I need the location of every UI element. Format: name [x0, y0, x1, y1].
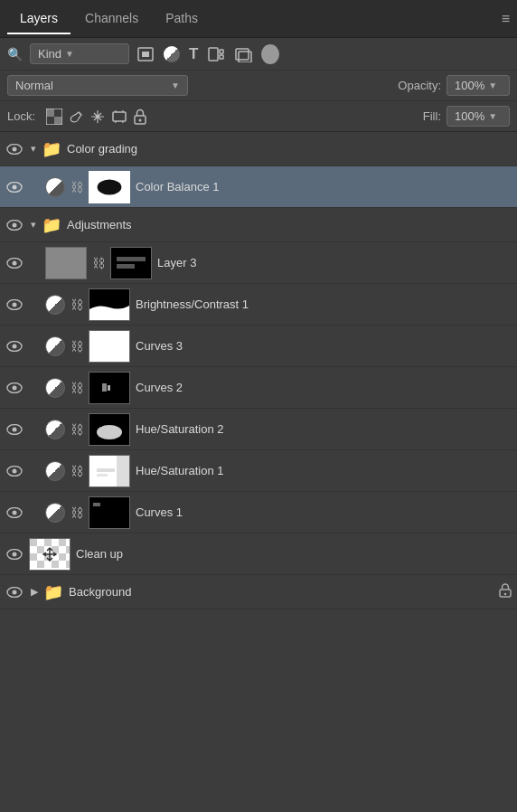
svg-rect-66 [37, 561, 44, 568]
svg-point-51 [13, 510, 17, 515]
visibility-icon-adjustments[interactable] [5, 216, 24, 234]
tabs: Layers Channels Paths [7, 4, 211, 34]
svg-rect-12 [113, 112, 126, 121]
layer-layer3[interactable]: ⛓ Layer 3 [0, 242, 517, 284]
type-filter-icon[interactable]: T [189, 45, 198, 63]
kind-dropdown[interactable]: Kind ▼ [30, 43, 129, 64]
svg-point-41 [97, 425, 122, 439]
adjustment-filter-icon[interactable] [164, 46, 180, 62]
thumb-cleanup [29, 538, 70, 571]
tab-layers[interactable]: Layers [7, 4, 70, 34]
lock-position-icon[interactable] [89, 109, 106, 125]
svg-point-39 [13, 427, 17, 431]
layer-adjustments-group[interactable]: ▾ 📁 Adjustments [0, 208, 517, 242]
visibility-icon-brightness[interactable] [5, 296, 24, 314]
lock-icons [46, 109, 147, 125]
layer-color-grading-group[interactable]: ▾ 📁 Color grading [0, 132, 517, 166]
kind-chevron-icon: ▼ [65, 49, 74, 59]
thumb-curves1 [89, 496, 130, 529]
visibility-icon-color-grading[interactable] [5, 140, 24, 158]
collapse-arrow-color-grading[interactable]: ▾ [31, 143, 36, 155]
svg-rect-49 [97, 474, 108, 477]
filter-mode-icon[interactable] [261, 44, 279, 64]
svg-rect-3 [220, 50, 223, 53]
tab-channels[interactable]: Channels [72, 4, 151, 34]
visibility-icon-curves3[interactable] [5, 337, 24, 355]
svg-rect-4 [220, 55, 223, 59]
layer-curves2[interactable]: ⛓ Curves 2 [0, 367, 517, 409]
svg-rect-48 [97, 468, 115, 472]
lock-all-icon[interactable] [133, 109, 147, 125]
svg-rect-6 [239, 52, 251, 62]
svg-point-18 [13, 184, 17, 189]
adjustment-icon-hue-sat2 [45, 420, 65, 439]
lock-transparency-icon[interactable] [46, 109, 62, 125]
chain-icon-color-balance: ⛓ [70, 180, 83, 194]
thumb-curves2 [89, 372, 130, 404]
visibility-icon-color-balance[interactable] [5, 178, 24, 196]
panel-menu-icon[interactable]: ≡ [502, 11, 510, 27]
svg-rect-47 [117, 456, 129, 486]
blend-mode-dropdown[interactable]: Normal ▼ [7, 75, 188, 96]
visibility-icon-layer3[interactable] [5, 254, 24, 272]
layers-list: ▾ 📁 Color grading ⛓ [0, 132, 517, 609]
pixel-filter-icon[interactable] [136, 46, 155, 62]
adjustment-icon-brightness [45, 295, 65, 315]
opacity-dropdown[interactable]: 100% ▼ [446, 75, 510, 96]
fill-dropdown[interactable]: 100% ▼ [446, 106, 510, 127]
folder-icon-color-grading: 📁 [42, 139, 61, 159]
chain-icon-brightness: ⛓ [70, 297, 83, 312]
layer-brightness-contrast[interactable]: ⛓ Brightness/Contrast 1 [0, 284, 517, 326]
smart-object-filter-icon[interactable] [234, 46, 252, 62]
layer-hue-sat1[interactable]: ⛓ Hue/Saturation 1 [0, 450, 517, 492]
fill-chevron-icon: ▼ [488, 111, 497, 121]
layer-hue-sat2[interactable]: ⛓ Hue/Saturation 2 [0, 409, 517, 450]
svg-point-22 [13, 222, 17, 227]
chain-icon-curves3: ⛓ [70, 339, 83, 354]
svg-rect-57 [30, 539, 37, 546]
adjustment-icon-color-balance [45, 177, 65, 197]
visibility-icon-curves1[interactable] [5, 504, 24, 522]
oval-icon [261, 44, 279, 64]
svg-rect-60 [37, 546, 44, 553]
layer-name-curves3: Curves 3 [136, 339, 183, 353]
svg-rect-59 [59, 539, 66, 546]
thumb-layer3-pixel [45, 247, 87, 279]
folder-icon-background: 📁 [43, 582, 63, 602]
lock-artboard-icon[interactable] [111, 109, 127, 125]
layer-curves3[interactable]: ⛓ Curves 3 [0, 326, 517, 367]
chain-icon-hue-sat1: ⛓ [70, 464, 83, 478]
collapse-arrow-adjustments[interactable]: ▾ [31, 219, 36, 231]
tab-paths[interactable]: Paths [153, 4, 211, 34]
lock-toolbar: Lock: [0, 101, 517, 132]
visibility-icon-curves2[interactable] [5, 379, 24, 397]
svg-rect-61 [52, 546, 59, 553]
svg-rect-36 [102, 383, 107, 392]
shape-filter-icon[interactable] [207, 46, 225, 62]
opacity-value: 100% [455, 79, 484, 92]
chain-icon-layer3: ⛓ [92, 256, 105, 270]
svg-point-55 [13, 552, 17, 556]
adjustment-icon-hue-sat1 [45, 461, 65, 481]
collapse-arrow-background[interactable]: ▶ [31, 586, 38, 598]
layer-name-hue-sat2: Hue/Saturation 2 [136, 422, 224, 436]
thumb-hue-sat1 [89, 455, 130, 487]
blend-mode-label: Normal [15, 79, 53, 92]
opacity-section: Opacity: 100% ▼ [398, 75, 510, 96]
svg-rect-27 [117, 264, 135, 269]
layer-background-group[interactable]: ▶ 📁 Background [0, 575, 517, 609]
svg-rect-62 [66, 546, 70, 553]
visibility-icon-hue-sat1[interactable] [5, 462, 24, 480]
layer-cleanup[interactable]: Clean up [0, 533, 517, 575]
layer-color-balance-1[interactable]: ⛓ Color Balance 1 [0, 166, 517, 208]
lock-pixels-icon[interactable] [68, 109, 84, 125]
svg-rect-9 [54, 117, 62, 125]
layer-curves1[interactable]: ⛓ Curves 1 [0, 492, 517, 533]
kind-label: Kind [38, 47, 61, 61]
visibility-icon-hue-sat2[interactable] [5, 420, 24, 439]
svg-point-20 [98, 179, 122, 194]
visibility-icon-background[interactable] [5, 583, 24, 601]
visibility-icon-cleanup[interactable] [5, 545, 24, 563]
svg-point-14 [139, 118, 142, 121]
svg-point-70 [13, 590, 17, 594]
